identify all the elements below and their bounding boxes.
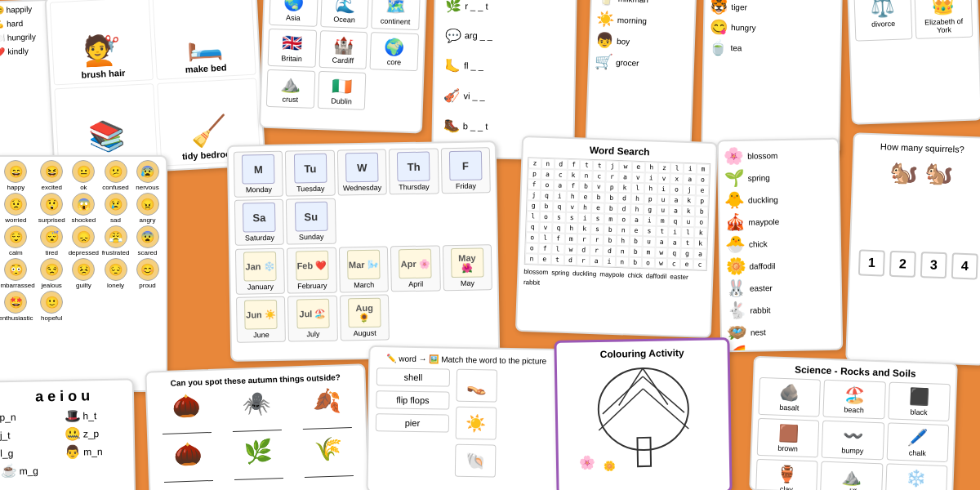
ws-cell: n (616, 256, 629, 268)
ws-cell: m (604, 213, 617, 225)
mg-icon: ☕ (0, 463, 16, 479)
spring-nest: 🪺 nest (727, 321, 836, 342)
ws-cell: n (617, 225, 630, 236)
cal-tuesday: Tu Tuesday (285, 150, 335, 197)
geo-britain: 🇬🇧 Britain (268, 29, 317, 68)
colouring-card: Colouring Activity 🌸 🌼 (554, 337, 732, 490)
spring-label: spring (747, 173, 769, 182)
ws-cell: w (655, 247, 668, 259)
spring-maypole: 🎪 maypole (724, 211, 834, 232)
august-icon: Aug 🌻 (348, 298, 381, 328)
ws-cell: c (554, 169, 567, 180)
ws-cell: k (618, 182, 631, 194)
crust-icon: ⛰️ (280, 74, 301, 94)
ws-cell: b (629, 247, 642, 258)
cal-monday: M Monday (234, 151, 283, 198)
spring-list: 🌸 blossom 🌱 spring 🐥 duckling 🎪 maypole … (724, 145, 837, 352)
worried-label: worried (5, 216, 26, 224)
ws-cell: o (670, 184, 683, 195)
brush-hair-label: brush hair (81, 68, 125, 80)
emotion-excited: 😆 excited (37, 160, 67, 191)
ws-cell: c (667, 258, 680, 270)
tea-label: tea (730, 43, 742, 52)
ws-cell: k (578, 223, 591, 234)
wordsearch-grid: zndfttjwehzlimpackncravivxaofoafbvpklhio… (524, 157, 710, 271)
ws-cell: m (642, 247, 655, 258)
ws-cell: q (668, 247, 681, 259)
emotion-surprised: 😲 surprised (37, 193, 67, 224)
ws-cell: q (553, 201, 566, 212)
ws-cell: i (578, 212, 591, 224)
word-argue: 💬 arg _ _ (444, 24, 564, 50)
daffodil-label: daffodil (749, 261, 775, 271)
dublin-label: Dublin (331, 97, 352, 106)
nest-label: nest (751, 327, 766, 336)
ws-cell: q (540, 190, 553, 202)
ws-cell: m (656, 216, 669, 227)
svg-line-6 (598, 389, 644, 430)
ws-cell: o (695, 216, 708, 228)
ws-cell: h (578, 202, 591, 213)
history-grid: ⚖️ divorce 👑 Elizabeth of York (853, 0, 973, 42)
emotion-tired: 😴 tired (37, 225, 67, 256)
ws-cell: h (644, 183, 657, 194)
boy-label: boy (617, 36, 630, 46)
word-root: 🌿 r _ _ t (445, 0, 565, 20)
squirrels-title: How many squirrels? (861, 140, 980, 154)
happily-icon: 😊 (0, 6, 4, 15)
ws-cell: e (632, 162, 645, 173)
ws-cell: p (696, 195, 709, 207)
sci-basalt: 🪨 basalt (758, 377, 821, 417)
ws-cell: a (554, 180, 567, 191)
wednesday-label: Wednesday (343, 184, 382, 193)
ok-face: 😐 (72, 160, 95, 183)
easter-icon: 🐰 (726, 278, 746, 298)
ws-word-spring: spring (551, 269, 569, 277)
ws-cell: d (617, 193, 630, 204)
vowel-mn: 👨 m_n (65, 443, 127, 460)
asia-icon: 🌏 (283, 0, 305, 12)
ws-cell: c (693, 259, 706, 270)
zp-icon: 🤐 (65, 426, 81, 442)
cardiff-icon: 🏰 (333, 35, 354, 56)
number-3: 3 (920, 252, 947, 278)
cal-may: May 🌺 May (442, 244, 492, 291)
enthusiastic-face: 🤩 (4, 291, 27, 314)
lonely-face: 😔 (105, 258, 127, 281)
crust-label: crust (283, 95, 299, 104)
tired-face: 😴 (40, 225, 63, 248)
ws-cell: d (617, 203, 630, 215)
march-label: March (354, 281, 374, 289)
clay-icon: 🏺 (777, 464, 798, 484)
argue-pattern: arg _ _ (465, 28, 493, 44)
ws-cell: a (669, 205, 682, 216)
make-bed-icon: 🛏️ (185, 27, 224, 63)
ws-cell: i (644, 172, 657, 184)
plant-line (234, 466, 283, 480)
emotion-scared: 😨 scared (132, 225, 163, 256)
cal-august: Aug 🌻 August (340, 294, 390, 341)
boy-icon: 👦 (595, 31, 614, 50)
kindly-label: kindly (7, 47, 29, 56)
grain-line (304, 463, 354, 478)
ws-cell: o (526, 232, 539, 243)
maypole-icon: 🎪 (724, 212, 745, 232)
ws-cell: i (657, 184, 670, 195)
tired-label: tired (45, 249, 58, 256)
tiger-label: tiger (731, 2, 747, 11)
grocer-icon: 🛒 (595, 52, 613, 71)
ws-cell: j (683, 185, 696, 196)
britain-icon: 🇬🇧 (282, 33, 303, 53)
ws-cell: r (590, 234, 604, 246)
adverb-hungrily: 🍽️ hungrily (0, 32, 51, 42)
hungrily-label: hungrily (7, 32, 36, 42)
august-label: August (354, 329, 376, 337)
ws-cell: c (593, 171, 606, 182)
spring-daffodil: 🌼 daffodil (725, 255, 835, 276)
viol-pattern: vi _ _ (463, 88, 485, 105)
emotion-shocked: 😱 shocked (69, 193, 99, 224)
ws-cell: b (604, 203, 617, 214)
beach-icon: 🏖️ (844, 385, 865, 405)
people-card: 🥛 milkman ☀️ morning 👦 boy 🛒 grocer (586, 0, 697, 149)
vowel-lg: l_g (0, 444, 62, 461)
